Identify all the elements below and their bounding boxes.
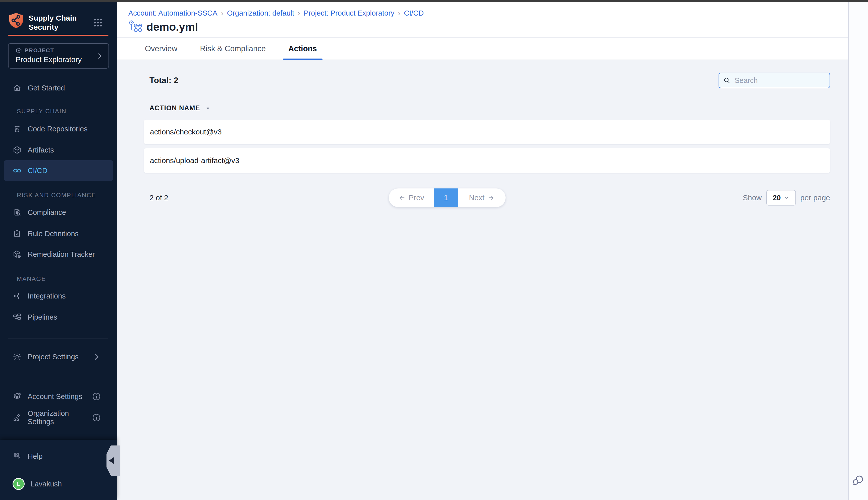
sidebar-item-integrations[interactable]: Integrations [4, 286, 113, 306]
cube-icon [15, 47, 22, 54]
user-avatar: L [13, 478, 25, 490]
tab-label: Risk & Compliance [200, 44, 266, 53]
breadcrumb-cicd-link[interactable]: CI/CD [404, 9, 424, 17]
project-card-label: PROJECT [25, 47, 54, 54]
tab-label: Overview [145, 44, 177, 53]
page-1-button[interactable]: 1 [434, 189, 458, 207]
top-window-strip [0, 0, 868, 2]
active-tab-underline [283, 58, 323, 60]
column-action-name[interactable]: ACTION NAME [149, 104, 200, 112]
sidebar-item-label: Help [27, 452, 43, 461]
triangle-left-icon [109, 457, 114, 464]
show-label: Show [743, 193, 762, 202]
integrations-branch-icon [13, 292, 22, 300]
sidebar-item-organization-settings[interactable]: Organization Settings [4, 408, 113, 428]
action-name-cell: actions/upload-artifact@v3 [150, 156, 239, 165]
page-size-value: 20 [773, 194, 780, 202]
clipboard-check-icon [13, 229, 22, 238]
breadcrumb-separator: › [221, 9, 223, 17]
sidebar-item-label: Compliance [27, 208, 66, 217]
breadcrumb-separator: › [398, 9, 400, 17]
sidebar-item-cicd[interactable]: CI/CD [4, 160, 113, 181]
section-manage: MANAGE [0, 275, 117, 283]
sidebar-item-label: Project Settings [27, 353, 79, 361]
home-icon [13, 83, 22, 92]
sidebar-item-artifacts[interactable]: Artifacts [4, 140, 113, 160]
table-header-row: ACTION NAME [144, 104, 830, 112]
sidebar-bottom-panel: Help L Lavakush [0, 440, 117, 500]
box-tool-icon [13, 250, 22, 259]
chevron-down-icon [784, 195, 789, 201]
sidebar-item-label: Pipelines [27, 313, 57, 321]
sidebar-item-remediation-tracker[interactable]: Remediation Tracker [4, 244, 113, 264]
search-box [719, 72, 830, 88]
breadcrumb: Account: Automation-SSCA › Organization:… [128, 9, 848, 17]
avatar-initial: L [17, 480, 21, 487]
action-name-cell: actions/checkout@v3 [150, 128, 222, 136]
app-switcher-icon[interactable] [93, 18, 103, 27]
gear-icon [13, 352, 22, 361]
section-supply-chain: SUPPLY CHAIN [0, 107, 117, 115]
next-page-button[interactable]: Next [458, 189, 506, 207]
sidebar-item-project-settings[interactable]: Project Settings [4, 347, 113, 367]
sidebar-item-account-settings[interactable]: Account Settings [4, 386, 113, 407]
document-search-icon [13, 208, 22, 217]
sidebar-item-label: Integrations [27, 292, 66, 300]
app-logo: Supply Chain Security [8, 12, 117, 35]
sidebar-divider [8, 338, 108, 339]
app-title: Supply Chain Security [28, 12, 77, 32]
cube-icon [13, 146, 22, 155]
sidebar-collapse-toggle[interactable] [106, 445, 120, 476]
info-icon[interactable] [92, 413, 101, 422]
app-window: Supply Chain Security PROJECT Product Ex… [0, 0, 868, 500]
arrow-left-icon [398, 194, 406, 201]
sidebar-item-pipelines[interactable]: Pipelines [4, 307, 113, 327]
breadcrumb-project-link[interactable]: Project: Product Exploratory [304, 9, 394, 17]
table-row[interactable]: actions/upload-artifact@v3 [144, 148, 830, 173]
breadcrumb-account-link[interactable]: Account: Automation-SSCA [128, 9, 218, 17]
page-title: demo.yml [147, 21, 198, 33]
logo-accent-divider [8, 35, 108, 36]
pagination: 2 of 2 Prev 1 Next Show 20 [144, 189, 830, 207]
page-size-select[interactable]: 20 [766, 190, 796, 205]
arrow-right-icon [487, 194, 495, 201]
user-menu[interactable]: L Lavakush [4, 474, 113, 494]
code-repository-icon [13, 124, 22, 134]
sort-caret-down-icon[interactable] [205, 105, 211, 111]
search-input[interactable] [719, 72, 830, 88]
sidebar-item-get-started[interactable]: Get Started [4, 78, 113, 98]
table-row[interactable]: actions/checkout@v3 [144, 120, 830, 144]
tab-actions[interactable]: Actions [283, 38, 323, 59]
tab-label: Actions [288, 44, 317, 53]
sidebar-item-help[interactable]: Help [4, 446, 113, 466]
sidebar-item-label: Artifacts [27, 146, 54, 154]
project-card-name: Product Exploratory [15, 55, 103, 64]
sidebar: Supply Chain Security PROJECT Product Ex… [0, 2, 117, 500]
project-selector-card[interactable]: PROJECT Product Exploratory [8, 43, 109, 69]
layers-gear-icon [13, 392, 22, 401]
sidebar-item-label: Rule Definitions [27, 230, 79, 238]
support-chat-icon[interactable] [852, 474, 865, 487]
sidebar-item-label: Get Started [27, 84, 65, 92]
chat-question-icon [13, 452, 22, 461]
prev-page-button[interactable]: Prev [389, 189, 434, 207]
next-label: Next [469, 193, 485, 202]
per-page-label: per page [800, 193, 830, 202]
infinity-icon [13, 166, 22, 175]
sidebar-item-label: Organization Settings [27, 409, 92, 426]
orgchart-gear-icon [13, 413, 22, 422]
tab-bar: Overview Risk & Compliance Actions [117, 38, 848, 60]
info-icon[interactable] [92, 392, 101, 401]
sidebar-item-code-repositories[interactable]: Code Repositories [4, 119, 113, 139]
section-risk-and-compliance: RISK AND COMPLIANCE [0, 192, 117, 199]
tab-overview[interactable]: Overview [139, 38, 183, 59]
sidebar-item-rule-definitions[interactable]: Rule Definitions [4, 224, 113, 244]
breadcrumb-organization-link[interactable]: Organization: default [227, 9, 294, 17]
breadcrumb-separator: › [298, 9, 300, 17]
actions-content: Total: 2 ACTION NAME actions/checkout@v3… [117, 60, 848, 207]
user-name: Lavakush [31, 480, 62, 488]
sidebar-item-compliance[interactable]: Compliance [4, 202, 113, 223]
tab-risk-compliance[interactable]: Risk & Compliance [194, 38, 271, 59]
page-size-control: Show 20 per page [743, 189, 830, 207]
total-count-label: Total: 2 [144, 76, 178, 85]
